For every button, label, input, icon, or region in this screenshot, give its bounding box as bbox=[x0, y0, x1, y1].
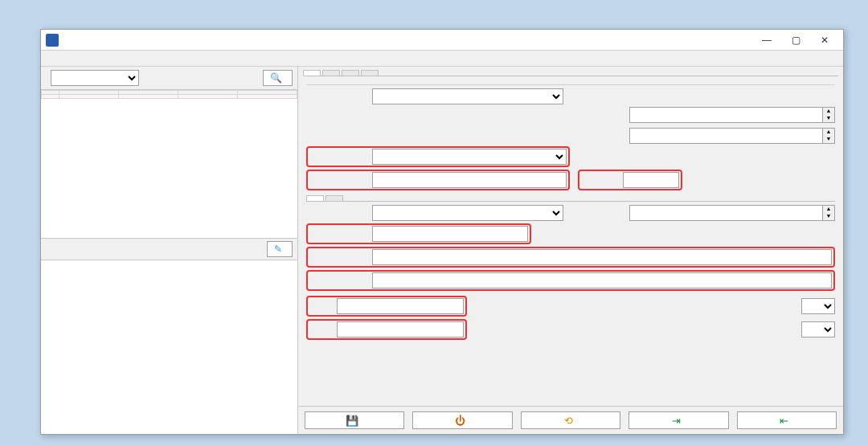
input-target-port[interactable] bbox=[623, 172, 679, 188]
tab-modbus[interactable] bbox=[361, 70, 379, 76]
select-qos-sub[interactable] bbox=[801, 298, 835, 314]
sub-tab-http[interactable] bbox=[326, 195, 343, 201]
input-client-id[interactable] bbox=[372, 226, 528, 242]
clear-log-button[interactable]: ✎ bbox=[267, 241, 293, 257]
tab-network[interactable] bbox=[303, 70, 321, 76]
highlight-username bbox=[306, 247, 835, 268]
pencil-icon: ✎ bbox=[274, 243, 282, 255]
save-config-button[interactable]: 💾 bbox=[305, 411, 404, 429]
app-icon bbox=[46, 34, 59, 47]
input-password[interactable] bbox=[372, 272, 832, 288]
export-button[interactable]: ⇥ bbox=[628, 411, 728, 429]
cell-model bbox=[59, 95, 119, 99]
spin-local-port[interactable]: ▲▼ bbox=[822, 128, 835, 144]
left-pane: 🔍 bbox=[41, 67, 298, 434]
select-qos-pub[interactable] bbox=[801, 321, 835, 338]
input-heartbeat[interactable] bbox=[629, 205, 822, 221]
minimize-button[interactable]: — bbox=[753, 31, 780, 49]
chevron-down-icon: ▼ bbox=[823, 213, 834, 220]
net-search-row: 🔍 bbox=[41, 67, 297, 90]
app-window: — ▢ ✕ 🔍 bbox=[40, 29, 844, 435]
input-sub-topic[interactable] bbox=[337, 298, 464, 314]
window-controls: — ▢ ✕ bbox=[753, 31, 838, 49]
input-web-port[interactable] bbox=[629, 107, 822, 123]
reset-button[interactable]: ⟲ bbox=[521, 411, 620, 429]
cell-mac bbox=[238, 95, 297, 99]
import-button[interactable]: ⇤ bbox=[737, 411, 837, 429]
chevron-up-icon: ▲ bbox=[823, 129, 834, 136]
export-icon: ⇥ bbox=[672, 415, 681, 427]
input-pub-topic[interactable] bbox=[337, 321, 464, 338]
device-table bbox=[41, 90, 297, 239]
chevron-down-icon: ▼ bbox=[823, 136, 834, 143]
highlight-target-ip bbox=[306, 170, 570, 190]
main-tabs bbox=[298, 67, 843, 76]
chevron-up-icon: ▲ bbox=[823, 108, 834, 115]
import-icon: ⇤ bbox=[780, 415, 788, 427]
select-platform[interactable] bbox=[372, 205, 563, 221]
log-header: ✎ bbox=[41, 239, 297, 260]
select-work-mode[interactable] bbox=[372, 149, 567, 165]
log-body[interactable] bbox=[41, 260, 297, 434]
cell-ip bbox=[119, 95, 178, 99]
highlight-target-port bbox=[578, 170, 682, 190]
highlight-client-id bbox=[306, 223, 531, 244]
highlight-sub-topic bbox=[306, 296, 467, 317]
save-icon: 💾 bbox=[346, 415, 358, 427]
form-area: ▲▼ ▲▼ bbox=[298, 76, 843, 406]
bottom-button-bar: 💾 ⏻ ⟲ ⇥ ⇤ bbox=[298, 406, 843, 434]
sub-tab-mqtt[interactable] bbox=[306, 195, 324, 201]
cell-version bbox=[178, 95, 238, 99]
refresh-icon: ⟲ bbox=[564, 415, 573, 427]
spin-heartbeat[interactable]: ▲▼ bbox=[822, 205, 835, 221]
titlebar: — ▢ ✕ bbox=[41, 30, 843, 51]
search-icon: 🔍 bbox=[270, 72, 282, 84]
table-row[interactable] bbox=[42, 95, 297, 99]
spin-web-port[interactable]: ▲▼ bbox=[822, 107, 835, 123]
right-pane: ▲▼ ▲▼ bbox=[298, 67, 843, 434]
power-icon: ⏻ bbox=[455, 415, 465, 427]
input-target-ip[interactable] bbox=[372, 172, 567, 188]
sub-tabs bbox=[306, 195, 835, 201]
reboot-button[interactable]: ⏻ bbox=[412, 411, 512, 429]
chevron-up-icon: ▲ bbox=[823, 206, 834, 213]
highlight-pub-topic bbox=[306, 319, 467, 340]
select-ip-type[interactable] bbox=[372, 88, 563, 104]
input-username[interactable] bbox=[372, 249, 832, 265]
input-local-port[interactable] bbox=[629, 128, 822, 144]
search-devices-button[interactable]: 🔍 bbox=[263, 70, 293, 86]
close-button[interactable]: ✕ bbox=[811, 31, 838, 49]
highlight-password bbox=[306, 270, 835, 291]
cell-index bbox=[42, 95, 59, 99]
tab-serial[interactable] bbox=[322, 70, 340, 76]
tab-advanced[interactable] bbox=[342, 70, 359, 76]
highlight-work-mode bbox=[306, 146, 570, 167]
network-select[interactable] bbox=[51, 70, 139, 86]
menubar bbox=[41, 51, 843, 67]
chevron-down-icon: ▼ bbox=[823, 115, 834, 122]
content-area: 🔍 bbox=[41, 67, 843, 434]
maximize-button[interactable]: ▢ bbox=[782, 31, 809, 49]
